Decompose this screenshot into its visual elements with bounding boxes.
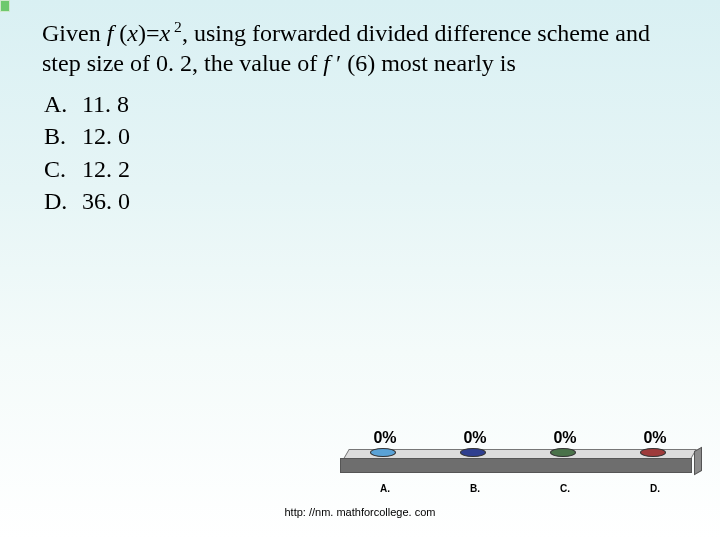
q-f2: f [323, 50, 336, 76]
slide-content: Given f (x)=x 2, using forwarded divided… [0, 0, 720, 218]
choice-c-value: 12. 2 [82, 153, 130, 185]
q-var: x [160, 20, 171, 46]
choice-b[interactable]: B. 12. 0 [44, 120, 684, 152]
q-pre: Given [42, 20, 107, 46]
question-text: Given f (x)=x 2, using forwarded divided… [42, 18, 684, 78]
q-f1: f [107, 20, 120, 46]
bar-base-a [370, 448, 396, 457]
cat-b: B. [430, 483, 520, 494]
percent-row: 0% 0% 0% 0% [340, 429, 700, 447]
choice-b-label: B. [44, 120, 82, 152]
choice-d[interactable]: D. 36. 0 [44, 185, 684, 217]
pct-c: 0% [520, 429, 610, 447]
chart-platform [340, 449, 700, 479]
bar-base-c [550, 448, 576, 457]
cat-c: C. [520, 483, 610, 494]
q-x: x [127, 20, 138, 46]
green-tick-corner [0, 0, 10, 12]
footer-url: http: //nm. mathforcollege. com [0, 506, 720, 518]
category-row: A. B. C. D. [340, 483, 700, 494]
platform-side [694, 447, 702, 476]
pct-d: 0% [610, 429, 700, 447]
bar-base-d [640, 448, 666, 457]
choice-d-value: 36. 0 [82, 185, 130, 217]
cat-a: A. [340, 483, 430, 494]
pct-b: 0% [430, 429, 520, 447]
q-sup: 2 [170, 18, 182, 35]
choice-c[interactable]: C. 12. 2 [44, 153, 684, 185]
choice-a-value: 11. 8 [82, 88, 129, 120]
pct-a: 0% [340, 429, 430, 447]
response-bar-chart: 0% 0% 0% 0% A. B. C. D. [340, 429, 700, 494]
cat-d: D. [610, 483, 700, 494]
choices-list: A. 11. 8 B. 12. 0 C. 12. 2 D. 36. 0 [42, 88, 684, 218]
choice-a[interactable]: A. 11. 8 [44, 88, 684, 120]
q-prime: ′ (6) most nearly is [336, 50, 516, 76]
platform-front [340, 458, 692, 473]
choice-d-label: D. [44, 185, 82, 217]
choice-a-label: A. [44, 88, 82, 120]
bar-base-b [460, 448, 486, 457]
choice-c-label: C. [44, 153, 82, 185]
choice-b-value: 12. 0 [82, 120, 130, 152]
q-close: )= [138, 20, 160, 46]
